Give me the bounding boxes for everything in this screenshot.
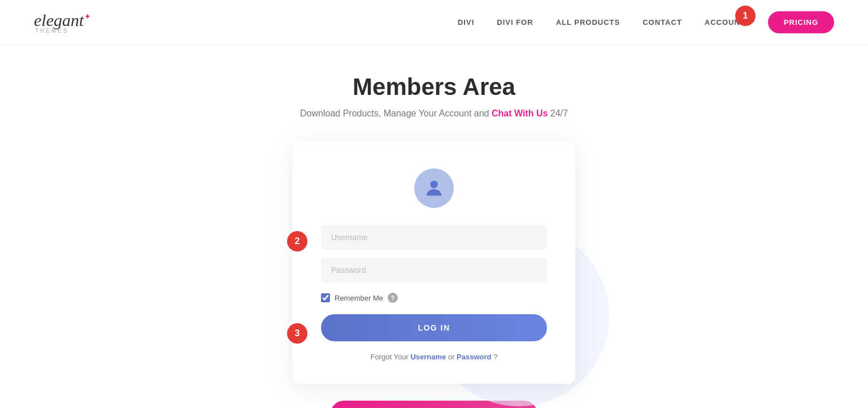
password-input[interactable] [321,258,547,283]
subtitle-text-after: 24/7 [550,108,568,118]
annotation-1: 1 [735,6,756,26]
login-card-wrapper: 2 Remember Me ? 3 LOG IN Forgot Your [293,141,575,384]
help-icon[interactable]: ? [388,293,398,303]
forgot-username-link[interactable]: Username [410,353,446,361]
remember-row: Remember Me ? [321,293,547,303]
annotation-3: 3 [287,323,307,344]
account-nav-wrapper: ACCOUNT 1 [705,18,745,27]
remember-label: Remember Me [335,294,383,302]
logo-subtext: themes [35,28,69,34]
user-avatar [414,168,454,208]
password-wrapper [321,258,547,290]
forgot-password-link[interactable]: Password [457,353,491,361]
login-button[interactable]: LOG IN [321,314,547,341]
username-wrapper: 2 [321,225,547,258]
forgot-after: ? [493,353,497,361]
nav-item-contact[interactable]: CONTACT [643,18,682,27]
page-subtitle: Download Products, Manage Your Account a… [300,108,568,119]
nav-item-all-products[interactable]: ALL PRODUCTS [556,18,620,27]
forgot-text: Forgot Your Username or Password ? [371,353,498,361]
annotation-2: 2 [287,231,307,251]
forgot-before: Forgot Your [371,353,411,361]
logo[interactable]: elegant ✦ themes [34,11,91,34]
user-icon [423,177,445,199]
username-input[interactable] [321,225,547,250]
logo-text: elegant [34,11,84,30]
nav-item-divi[interactable]: DIVI [458,18,474,27]
page-title: Members Area [353,73,515,101]
svg-point-0 [430,181,437,188]
subtitle-text-before: Download Products, Manage Your Account a… [300,108,492,118]
login-btn-wrapper: 3 LOG IN [321,314,547,353]
main-content: Members Area Download Products, Manage Y… [0,45,868,408]
header: elegant ✦ themes DIVI DIVI FOR ALL PRODU… [0,0,868,45]
chat-link[interactable]: Chat With Us [492,108,548,118]
logo-star-icon: ✦ [84,12,91,21]
login-card: 2 Remember Me ? 3 LOG IN Forgot Your [293,141,575,384]
pricing-button[interactable]: PRICING [768,11,834,33]
forgot-or: or [448,353,457,361]
remember-checkbox[interactable] [321,293,330,302]
nav-item-divi-for[interactable]: DIVI FOR [497,18,533,27]
main-nav: DIVI DIVI FOR ALL PRODUCTS CONTACT ACCOU… [458,11,834,33]
